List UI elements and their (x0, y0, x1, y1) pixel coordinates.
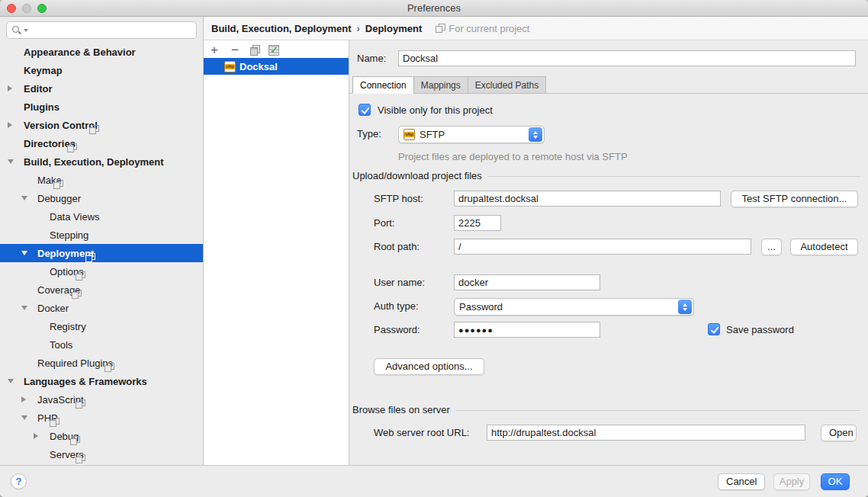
chevron-down-icon[interactable] (8, 379, 24, 383)
sidebar-item-label: Plugins (24, 101, 59, 113)
per-project-icon (67, 143, 76, 152)
browse-root-path-button[interactable]: ... (761, 239, 782, 255)
search-input[interactable] (28, 24, 196, 36)
sidebar-item-label: Appearance & Behavior (24, 46, 136, 58)
add-server-icon[interactable]: + (208, 44, 220, 56)
breadcrumb-item-build-execution-deployment[interactable]: Build, Execution, Deployment (211, 23, 351, 34)
per-project-icon (53, 180, 63, 189)
chevron-right-icon[interactable] (8, 85, 24, 91)
name-label: Name: (357, 50, 386, 66)
sidebar-item-php[interactable]: PHP (0, 409, 203, 427)
sidebar-item-coverage[interactable]: Coverage (0, 281, 203, 299)
visible-only-checkbox[interactable] (358, 104, 371, 116)
open-url-button[interactable]: Open (821, 425, 857, 441)
sidebar-item-servers[interactable]: Servers (0, 445, 203, 463)
search-box[interactable] (6, 21, 197, 39)
tab-mappings[interactable]: Mappings (413, 76, 468, 94)
sidebar-item-appearance-behavior[interactable]: Appearance & Behavior (0, 43, 203, 61)
sidebar-item-version-control[interactable]: Version Control (0, 116, 203, 134)
help-button[interactable]: ? (11, 473, 27, 489)
title-bar: Preferences (0, 0, 868, 17)
window-title: Preferences (407, 2, 461, 14)
sidebar-item-tools[interactable]: Tools (0, 335, 203, 354)
dropdown-stepper-icon (678, 300, 692, 314)
breadcrumb: Build, Execution, Deployment›Deployment … (204, 17, 868, 40)
auth-type-select[interactable]: Password (454, 298, 694, 316)
sftp-host-label: SFTP host: (374, 191, 423, 207)
type-hint: Project files are deployed to a remote h… (398, 151, 628, 162)
password-input[interactable] (454, 322, 600, 338)
chevron-down-icon[interactable] (8, 159, 24, 164)
copy-server-icon[interactable] (249, 45, 260, 56)
sidebar-item-required-plugins[interactable]: Required Plugins (0, 354, 203, 372)
per-project-icon (76, 399, 85, 409)
visible-only-label: Visible only for this project (378, 102, 493, 118)
sidebar-item-data-views[interactable]: Data Views (0, 207, 203, 226)
test-sftp-connection-button[interactable]: Test SFTP connection... (731, 191, 858, 207)
password-label: Password: (374, 322, 420, 338)
server-list-item-docksal[interactable]: sftp Docksal (204, 58, 349, 75)
sidebar-item-docker[interactable]: Docker (0, 299, 203, 317)
sidebar-item-label: Debugger (37, 193, 81, 204)
preferences-window: Preferences Appearance & BehaviorKeymapE… (0, 0, 868, 497)
sidebar-item-make[interactable]: Make (0, 171, 203, 189)
chevron-down-icon[interactable] (21, 415, 37, 420)
type-select[interactable]: sftp SFTP (398, 126, 545, 143)
port-input[interactable] (454, 215, 501, 231)
autodetect-button[interactable]: Autodetect (790, 239, 858, 255)
sidebar-item-debugger[interactable]: Debugger (0, 189, 203, 207)
breadcrumb-item-deployment[interactable]: Deployment (365, 23, 422, 34)
sidebar-item-stepping[interactable]: Stepping (0, 226, 203, 244)
cancel-button[interactable]: Cancel (718, 473, 765, 490)
sidebar-item-languages-frameworks[interactable]: Languages & Frameworks (0, 372, 203, 390)
sidebar-item-editor[interactable]: Editor (0, 79, 203, 98)
chevron-down-icon[interactable] (21, 196, 37, 200)
per-project-icon (104, 363, 114, 372)
servers-toolbar: + − (208, 43, 279, 58)
web-root-label: Web server root URL: (374, 425, 469, 441)
sidebar-item-label: Docker (37, 303, 69, 314)
sidebar-item-build-execution-deployment[interactable]: Build, Execution, Deployment (0, 152, 203, 171)
sidebar-item-directories[interactable]: Directories (0, 134, 203, 152)
save-password-checkbox[interactable] (708, 323, 720, 335)
sftp-host-input[interactable] (454, 191, 721, 207)
chevron-right-icon[interactable] (34, 433, 50, 439)
sidebar-item-options[interactable]: Options (0, 262, 203, 281)
ok-button[interactable]: OK (821, 473, 850, 490)
name-input[interactable] (398, 50, 856, 66)
sidebar-item-javascript[interactable]: JavaScript (0, 390, 203, 409)
advanced-options-button[interactable]: Advanced options... (374, 358, 484, 375)
root-path-input[interactable] (454, 239, 751, 255)
search-icon (11, 25, 22, 36)
remove-server-icon[interactable]: − (229, 44, 241, 56)
per-project-icon (70, 436, 79, 445)
per-project-icon (436, 24, 445, 33)
server-name: Docksal (240, 61, 278, 72)
use-as-default-icon[interactable] (268, 45, 279, 56)
chevron-right-icon[interactable] (8, 122, 24, 128)
sidebar-item-registry[interactable]: Registry (0, 317, 203, 335)
breadcrumb-separator: › (356, 23, 359, 34)
settings-sidebar: Appearance & BehaviorKeymapEditorPlugins… (0, 17, 204, 465)
sidebar-item-plugins[interactable]: Plugins (0, 98, 203, 116)
sidebar-item-debug[interactable]: Debug (0, 427, 203, 445)
scope-note-label: For current project (448, 23, 529, 34)
port-label: Port: (374, 215, 394, 231)
sidebar-item-label: Required Plugins (37, 358, 113, 369)
sidebar-item-deployment[interactable]: Deployment (0, 244, 203, 262)
settings-tree: Appearance & BehaviorKeymapEditorPlugins… (0, 43, 203, 465)
sidebar-item-keymap[interactable]: Keymap (0, 61, 203, 79)
close-window-icon[interactable] (7, 4, 16, 13)
upload-section-header: Upload/download project files (352, 170, 860, 181)
sidebar-item-label: Keymap (24, 65, 63, 76)
web-root-input[interactable] (487, 425, 805, 441)
chevron-down-icon[interactable] (21, 251, 37, 255)
minimize-window-icon (22, 4, 31, 13)
chevron-down-icon[interactable] (21, 306, 37, 310)
zoom-window-icon[interactable] (37, 4, 47, 13)
chevron-right-icon[interactable] (21, 396, 37, 402)
user-name-input[interactable] (454, 274, 600, 290)
tab-excluded-paths[interactable]: Excluded Paths (468, 76, 546, 94)
tab-connection[interactable]: Connection (352, 76, 414, 94)
servers-list-panel: + − sftp Docksal (204, 40, 349, 465)
